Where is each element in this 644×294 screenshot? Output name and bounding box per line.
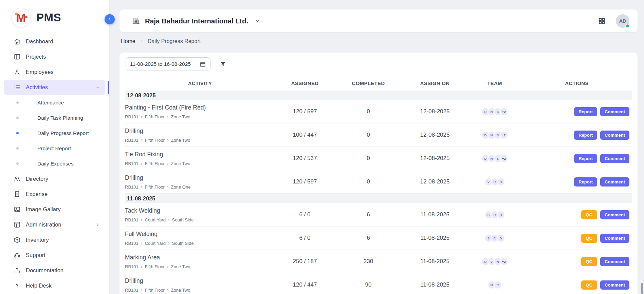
path-segment: RB101 — [125, 138, 139, 143]
team-more-chip[interactable]: +2 — [500, 131, 508, 139]
comment-button[interactable]: Comment — [600, 154, 629, 163]
table-body: 12-08-2025Painting - First Coat (Fire Re… — [125, 91, 632, 294]
sidebar-item-inventory[interactable]: Inventory — [4, 232, 105, 248]
actions-cell: ReportComment — [521, 131, 632, 140]
sidebar-item-support[interactable]: Support — [4, 248, 105, 263]
actions-cell: QCComment — [521, 210, 632, 219]
sidebar-collapse-button[interactable] — [105, 14, 115, 24]
path-segment: RB101 — [125, 288, 139, 293]
completed-value: 230 — [335, 258, 402, 265]
assigned-value: 100 / 447 — [275, 132, 335, 138]
home-icon — [14, 38, 21, 45]
assign-on-value: 12-08-2025 — [402, 155, 468, 162]
sidebar-item-projects[interactable]: Projects — [4, 49, 105, 64]
table-row: Tie Rod FixingRB101›Fifth Floor›Zone Two… — [125, 147, 632, 170]
activity-cell: Marking AreaRB101›Fifth Floor›Zone Two — [125, 254, 275, 269]
sidebar-subitem-attendance[interactable]: Attendance — [4, 95, 105, 110]
comment-button[interactable]: Comment — [600, 177, 629, 187]
completed-value: 0 — [335, 108, 402, 115]
path-segment: Fifth Floor — [145, 114, 165, 119]
chevron-right-icon: › — [141, 241, 143, 246]
sidebar-item-dashboard[interactable]: Dashboard — [4, 34, 105, 49]
bullet-icon — [16, 101, 19, 104]
chevron-right-icon: › — [141, 114, 143, 119]
activity-location-path: RB101›Fifth Floor›Zone Two — [125, 114, 272, 119]
path-segment: Zone Two — [171, 114, 190, 119]
report-button[interactable]: Report — [574, 177, 597, 187]
sidebar-subitem-daily-expenses[interactable]: Daily Expenses — [4, 156, 105, 171]
gallery-icon — [14, 206, 21, 213]
report-button[interactable]: Report — [574, 107, 597, 116]
sidebar-item-image-gallary[interactable]: Image Gallary — [4, 202, 105, 217]
team-more-chip[interactable]: +2 — [500, 257, 508, 266]
sidebar-item-administration[interactable]: Administration — [4, 217, 105, 232]
team-avatar[interactable]: D — [497, 234, 505, 242]
column-activity: ACTIVITY — [125, 80, 275, 86]
path-segment: RB101 — [125, 184, 139, 190]
qc-button[interactable]: QC — [581, 210, 597, 219]
team-avatar[interactable]: D — [497, 211, 505, 219]
activity-title: Drilling — [125, 277, 272, 285]
comment-button[interactable]: Comment — [600, 280, 629, 290]
team-more-chip[interactable]: +2 — [500, 107, 508, 116]
activity-cell: DrillingRB101›Fifth Floor›Zone One — [125, 174, 275, 190]
path-segment: RB101 — [125, 264, 139, 269]
sidebar-item-help-desk[interactable]: Help Desk — [4, 278, 105, 293]
user-avatar[interactable]: AD — [616, 14, 629, 28]
company-selector[interactable]: Raja Bahadur International Ltd. — [132, 17, 261, 25]
date-range-input[interactable]: 11-08-2025 to 16-08-2025 — [126, 57, 210, 71]
assigned-value: 120 / 537 — [275, 155, 335, 162]
sidebar-item-label: Support — [26, 252, 100, 258]
sidebar-item-documentation[interactable]: Documentation — [4, 263, 105, 278]
breadcrumb-home[interactable]: Home — [121, 38, 135, 44]
chevron-right-icon — [95, 222, 100, 228]
sidebar-subitem-project-report[interactable]: Project Report — [4, 141, 105, 156]
topbar: Raja Bahadur International Ltd. AD — [119, 9, 638, 32]
table-row: Full WeldingRB101›Court Yard›South Side6… — [125, 227, 632, 250]
team-avatar[interactable]: R — [494, 281, 502, 289]
comment-button[interactable]: Comment — [600, 210, 629, 219]
qc-button[interactable]: QC — [581, 280, 597, 290]
activity-title: Marking Area — [125, 254, 272, 261]
sidebar-item-label: Projects — [26, 54, 100, 60]
sidebar-subitem-label: Project Report — [37, 145, 71, 152]
date-range-value: 11-08-2025 to 16-08-2025 — [130, 61, 191, 67]
chevron-right-icon: › — [141, 217, 143, 222]
sidebar-subitem-daily-progress-report[interactable]: Daily Progress Report — [4, 125, 105, 141]
completed-value: 90 — [335, 281, 402, 288]
comment-button[interactable]: Comment — [600, 107, 629, 116]
table-row: Marking AreaRB101›Fifth Floor›Zone Two25… — [125, 250, 632, 273]
chevron-right-icon: › — [167, 184, 169, 189]
qc-button[interactable]: QC — [581, 257, 597, 266]
sidebar-item-activities[interactable]: Activities — [4, 80, 105, 95]
sidebar-item-directory[interactable]: Directory — [4, 171, 105, 187]
sidebar-item-label: Inventory — [26, 237, 100, 243]
scrollbar-thumb[interactable] — [641, 283, 643, 294]
sidebar-nav: DashboardProjectsEmployeesActivitiesAtte… — [0, 34, 109, 293]
path-segment: Fifth Floor — [145, 264, 165, 269]
report-button[interactable]: Report — [574, 154, 597, 163]
filter-icon[interactable] — [220, 61, 226, 67]
sidebar: M PMS DashboardProjectsEmployeesActiviti… — [0, 0, 110, 294]
sidebar-item-employees[interactable]: Employees — [4, 64, 105, 80]
comment-button[interactable]: Comment — [600, 234, 629, 243]
assigned-value: 6 / 0 — [275, 235, 335, 241]
chevron-down-icon — [95, 84, 100, 90]
team-cell: SRD — [468, 211, 521, 219]
report-button[interactable]: Report — [574, 131, 597, 140]
qc-button[interactable]: QC — [581, 234, 597, 243]
activity-location-path: RB101›Fifth Floor›Zone One — [125, 184, 272, 190]
table-header: ACTIVITY ASSIGNED COMPLETED ASSIGN ON TE… — [125, 76, 632, 91]
comment-button[interactable]: Comment — [600, 257, 629, 266]
sidebar-item-expense[interactable]: Expense — [4, 187, 105, 202]
comment-button[interactable]: Comment — [600, 131, 629, 140]
sidebar-subitem-daily-task-planning[interactable]: Daily Task Planning — [4, 110, 105, 125]
team-cell: DNS+2 — [468, 154, 521, 163]
apps-grid-icon[interactable] — [598, 17, 606, 25]
team-avatar[interactable]: D — [497, 178, 505, 186]
path-segment: Fifth Floor — [145, 288, 165, 293]
team-more-chip[interactable]: +2 — [500, 154, 508, 163]
company-name: Raja Bahadur International Ltd. — [145, 17, 248, 25]
completed-value: 6 — [335, 235, 402, 241]
activity-cell: Tie Rod FixingRB101›Fifth Floor›Zone Two — [125, 151, 275, 166]
